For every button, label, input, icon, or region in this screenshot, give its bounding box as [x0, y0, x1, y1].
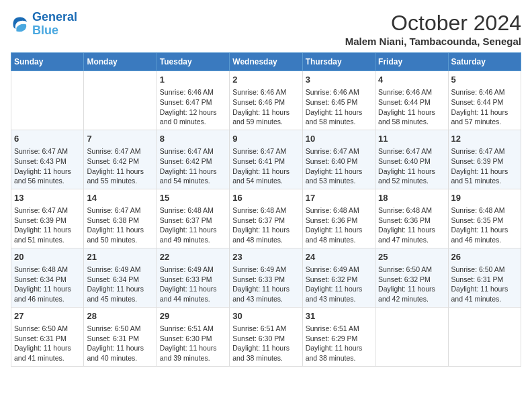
day-info: Sunrise: 6:49 AM: [87, 265, 153, 275]
day-info: Daylight: 11 hours and 51 minutes.: [14, 225, 81, 244]
calendar-cell: [11, 71, 84, 130]
page-header: General Blue October 2024 Malem Niani, T…: [11, 11, 521, 47]
calendar-cell: 27Sunrise: 6:50 AMSunset: 6:31 PMDayligh…: [11, 307, 84, 366]
day-number: 9: [232, 133, 299, 145]
day-info: Daylight: 11 hours and 52 minutes.: [378, 167, 445, 186]
day-info: Daylight: 11 hours and 39 minutes.: [160, 343, 226, 363]
day-info: Sunrise: 6:48 AM: [160, 205, 226, 216]
calendar-cell: 17Sunrise: 6:48 AMSunset: 6:36 PMDayligh…: [302, 189, 375, 248]
day-info: Sunrise: 6:51 AM: [160, 324, 226, 334]
day-info: Daylight: 11 hours and 51 minutes.: [451, 167, 518, 186]
day-info: Sunrise: 6:49 AM: [306, 265, 372, 275]
calendar-cell: 16Sunrise: 6:48 AMSunset: 6:37 PMDayligh…: [230, 189, 302, 248]
day-info: Sunset: 6:29 PM: [306, 334, 372, 344]
calendar-cell: 23Sunrise: 6:49 AMSunset: 6:33 PMDayligh…: [230, 248, 302, 307]
calendar-cell: 21Sunrise: 6:49 AMSunset: 6:34 PMDayligh…: [84, 248, 157, 307]
day-info: Sunset: 6:40 PM: [306, 156, 372, 167]
logo-icon: [11, 15, 30, 34]
day-info: Sunset: 6:42 PM: [87, 156, 153, 167]
logo-text: General Blue: [32, 11, 77, 38]
day-info: Sunset: 6:37 PM: [232, 216, 299, 226]
day-info: Daylight: 11 hours and 41 minutes.: [14, 343, 81, 363]
calendar-week-row: 1Sunrise: 6:46 AMSunset: 6:47 PMDaylight…: [11, 71, 521, 130]
day-number: 1: [160, 74, 226, 86]
day-info: Daylight: 11 hours and 43 minutes.: [306, 284, 372, 304]
calendar-cell: 11Sunrise: 6:47 AMSunset: 6:40 PMDayligh…: [375, 130, 448, 189]
day-info: Sunset: 6:31 PM: [87, 334, 153, 344]
calendar-cell: 10Sunrise: 6:47 AMSunset: 6:40 PMDayligh…: [302, 130, 375, 189]
weekday-header-row: SundayMondayTuesdayWednesdayThursdayFrid…: [11, 53, 521, 71]
weekday-header: Saturday: [448, 53, 521, 71]
day-info: Sunrise: 6:48 AM: [378, 205, 445, 216]
calendar-week-row: 27Sunrise: 6:50 AMSunset: 6:31 PMDayligh…: [11, 307, 521, 366]
day-info: Sunrise: 6:48 AM: [451, 205, 518, 216]
calendar-cell: 2Sunrise: 6:46 AMSunset: 6:46 PMDaylight…: [230, 71, 302, 130]
day-info: Sunrise: 6:47 AM: [87, 205, 153, 216]
day-info: Sunrise: 6:51 AM: [306, 324, 372, 334]
day-info: Sunset: 6:41 PM: [232, 156, 299, 167]
day-number: 31: [306, 310, 372, 322]
day-info: Sunrise: 6:46 AM: [451, 87, 518, 97]
day-info: Sunset: 6:34 PM: [87, 275, 153, 285]
day-number: 21: [87, 251, 153, 263]
calendar-cell: 24Sunrise: 6:49 AMSunset: 6:32 PMDayligh…: [302, 248, 375, 307]
day-info: Sunset: 6:45 PM: [306, 97, 372, 107]
calendar-cell: 22Sunrise: 6:49 AMSunset: 6:33 PMDayligh…: [157, 248, 229, 307]
day-info: Daylight: 11 hours and 53 minutes.: [306, 167, 372, 186]
day-number: 26: [451, 251, 518, 263]
day-number: 25: [378, 251, 445, 263]
day-number: 3: [306, 74, 372, 86]
day-info: Daylight: 11 hours and 58 minutes.: [306, 107, 372, 127]
calendar-title: October 2024: [345, 11, 521, 36]
calendar-cell: 3Sunrise: 6:46 AMSunset: 6:45 PMDaylight…: [302, 71, 375, 130]
weekday-header: Monday: [84, 53, 157, 71]
day-number: 11: [378, 133, 445, 145]
weekday-header: Tuesday: [157, 53, 229, 71]
calendar-cell: [375, 307, 448, 366]
day-info: Daylight: 11 hours and 49 minutes.: [160, 225, 226, 244]
calendar-cell: 30Sunrise: 6:51 AMSunset: 6:30 PMDayligh…: [230, 307, 302, 366]
day-info: Daylight: 11 hours and 56 minutes.: [14, 167, 81, 186]
day-info: Daylight: 11 hours and 54 minutes.: [160, 167, 226, 186]
calendar-cell: 9Sunrise: 6:47 AMSunset: 6:41 PMDaylight…: [230, 130, 302, 189]
day-number: 16: [232, 192, 299, 204]
calendar-table: SundayMondayTuesdayWednesdayThursdayFrid…: [11, 52, 521, 367]
day-info: Sunrise: 6:47 AM: [232, 146, 299, 156]
day-info: Sunset: 6:44 PM: [451, 97, 518, 107]
calendar-cell: [84, 71, 157, 130]
calendar-cell: 20Sunrise: 6:48 AMSunset: 6:34 PMDayligh…: [11, 248, 84, 307]
day-info: Sunset: 6:39 PM: [14, 216, 81, 226]
calendar-cell: 4Sunrise: 6:46 AMSunset: 6:44 PMDaylight…: [375, 71, 448, 130]
day-number: 7: [87, 133, 153, 145]
day-number: 23: [232, 251, 299, 263]
calendar-week-row: 20Sunrise: 6:48 AMSunset: 6:34 PMDayligh…: [11, 248, 521, 307]
day-number: 8: [160, 133, 226, 145]
weekday-header: Friday: [375, 53, 448, 71]
calendar-cell: 25Sunrise: 6:50 AMSunset: 6:32 PMDayligh…: [375, 248, 448, 307]
day-info: Sunrise: 6:51 AM: [232, 324, 299, 334]
day-info: Sunset: 6:38 PM: [87, 216, 153, 226]
day-info: Sunrise: 6:47 AM: [451, 146, 518, 156]
calendar-cell: 7Sunrise: 6:47 AMSunset: 6:42 PMDaylight…: [84, 130, 157, 189]
calendar-cell: 5Sunrise: 6:46 AMSunset: 6:44 PMDaylight…: [448, 71, 521, 130]
day-number: 27: [14, 310, 81, 322]
day-number: 18: [378, 192, 445, 204]
logo: General Blue: [11, 11, 77, 38]
day-number: 30: [232, 310, 299, 322]
title-block: October 2024 Malem Niani, Tambacounda, S…: [345, 11, 521, 47]
day-number: 22: [160, 251, 226, 263]
location-subtitle: Malem Niani, Tambacounda, Senegal: [345, 36, 521, 47]
day-info: Daylight: 11 hours and 50 minutes.: [87, 225, 153, 244]
day-info: Sunrise: 6:50 AM: [451, 265, 518, 275]
day-info: Daylight: 11 hours and 46 minutes.: [14, 284, 81, 304]
day-info: Sunrise: 6:49 AM: [160, 265, 226, 275]
day-info: Sunrise: 6:47 AM: [306, 146, 372, 156]
calendar-cell: 1Sunrise: 6:46 AMSunset: 6:47 PMDaylight…: [157, 71, 229, 130]
day-number: 10: [306, 133, 372, 145]
day-number: 29: [160, 310, 226, 322]
day-info: Daylight: 11 hours and 40 minutes.: [87, 343, 153, 363]
day-info: Sunrise: 6:47 AM: [378, 146, 445, 156]
calendar-cell: [448, 307, 521, 366]
day-number: 13: [14, 192, 81, 204]
day-info: Daylight: 11 hours and 43 minutes.: [232, 284, 299, 304]
